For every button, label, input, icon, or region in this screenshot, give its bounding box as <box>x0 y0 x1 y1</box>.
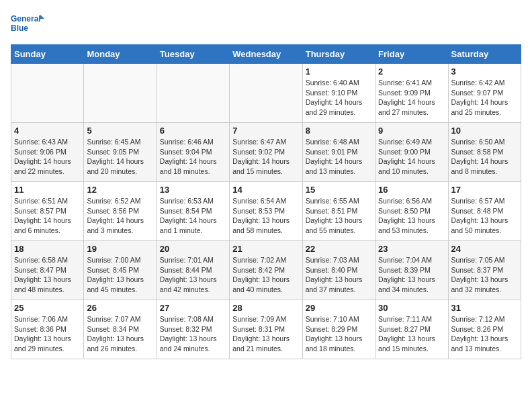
calendar-cell: 6Sunrise: 6:46 AM Sunset: 9:04 PM Daylig… <box>157 123 229 182</box>
calendar-cell: 1Sunrise: 6:40 AM Sunset: 9:10 PM Daylig… <box>302 64 375 123</box>
day-info: Sunrise: 6:50 AM Sunset: 8:58 PM Dayligh… <box>451 137 518 177</box>
day-number: 20 <box>160 244 226 254</box>
day-info: Sunrise: 6:54 AM Sunset: 8:53 PM Dayligh… <box>232 196 299 236</box>
calendar-cell: 31Sunrise: 7:12 AM Sunset: 8:26 PM Dayli… <box>448 300 521 359</box>
calendar-cell <box>157 64 229 123</box>
day-info: Sunrise: 6:42 AM Sunset: 9:07 PM Dayligh… <box>451 78 518 118</box>
day-number: 30 <box>378 303 445 313</box>
day-info: Sunrise: 6:55 AM Sunset: 8:51 PM Dayligh… <box>306 196 372 236</box>
day-info: Sunrise: 7:06 AM Sunset: 8:36 PM Dayligh… <box>14 314 81 354</box>
calendar-cell: 15Sunrise: 6:55 AM Sunset: 8:51 PM Dayli… <box>302 182 375 241</box>
calendar-cell: 23Sunrise: 7:04 AM Sunset: 8:39 PM Dayli… <box>375 241 448 300</box>
day-info: Sunrise: 6:40 AM Sunset: 9:10 PM Dayligh… <box>306 78 372 118</box>
day-number: 25 <box>14 303 81 313</box>
calendar-cell: 17Sunrise: 6:57 AM Sunset: 8:48 PM Dayli… <box>448 182 521 241</box>
day-number: 21 <box>232 244 299 254</box>
day-number: 27 <box>160 303 226 313</box>
day-number: 10 <box>451 126 518 136</box>
day-number: 29 <box>306 303 372 313</box>
day-number: 24 <box>451 244 518 254</box>
day-info: Sunrise: 7:05 AM Sunset: 8:37 PM Dayligh… <box>451 255 518 295</box>
day-info: Sunrise: 7:11 AM Sunset: 8:27 PM Dayligh… <box>378 314 445 354</box>
calendar-cell: 4Sunrise: 6:43 AM Sunset: 9:06 PM Daylig… <box>11 123 84 182</box>
calendar-week-row: 4Sunrise: 6:43 AM Sunset: 9:06 PM Daylig… <box>11 123 521 182</box>
day-number: 14 <box>232 185 299 195</box>
day-info: Sunrise: 7:02 AM Sunset: 8:42 PM Dayligh… <box>232 255 299 295</box>
day-number: 9 <box>378 126 445 136</box>
calendar-week-row: 25Sunrise: 7:06 AM Sunset: 8:36 PM Dayli… <box>11 300 521 359</box>
weekday-header-saturday: Saturday <box>448 45 521 64</box>
day-info: Sunrise: 6:46 AM Sunset: 9:04 PM Dayligh… <box>160 137 226 177</box>
day-number: 31 <box>451 303 518 313</box>
day-info: Sunrise: 6:49 AM Sunset: 9:00 PM Dayligh… <box>378 137 445 177</box>
day-number: 7 <box>232 126 299 136</box>
calendar-cell: 25Sunrise: 7:06 AM Sunset: 8:36 PM Dayli… <box>11 300 84 359</box>
calendar-cell: 30Sunrise: 7:11 AM Sunset: 8:27 PM Dayli… <box>375 300 448 359</box>
day-number: 22 <box>306 244 372 254</box>
calendar-cell: 3Sunrise: 6:42 AM Sunset: 9:07 PM Daylig… <box>448 64 521 123</box>
calendar-cell: 9Sunrise: 6:49 AM Sunset: 9:00 PM Daylig… <box>375 123 448 182</box>
calendar-cell: 10Sunrise: 6:50 AM Sunset: 8:58 PM Dayli… <box>448 123 521 182</box>
day-number: 1 <box>306 66 372 77</box>
logo: General Blue <box>11 11 44 39</box>
calendar-week-row: 1Sunrise: 6:40 AM Sunset: 9:10 PM Daylig… <box>11 64 521 123</box>
calendar-cell: 21Sunrise: 7:02 AM Sunset: 8:42 PM Dayli… <box>230 241 302 300</box>
day-number: 11 <box>14 185 81 195</box>
day-info: Sunrise: 6:58 AM Sunset: 8:47 PM Dayligh… <box>14 255 81 295</box>
day-info: Sunrise: 6:47 AM Sunset: 9:02 PM Dayligh… <box>232 137 299 177</box>
svg-text:General: General <box>11 14 41 24</box>
day-info: Sunrise: 7:12 AM Sunset: 8:26 PM Dayligh… <box>451 314 518 354</box>
day-info: Sunrise: 7:07 AM Sunset: 8:34 PM Dayligh… <box>87 314 153 354</box>
calendar-cell: 12Sunrise: 6:52 AM Sunset: 8:56 PM Dayli… <box>84 182 157 241</box>
day-info: Sunrise: 6:57 AM Sunset: 8:48 PM Dayligh… <box>451 196 518 236</box>
day-number: 6 <box>160 126 226 136</box>
day-number: 4 <box>14 126 81 136</box>
calendar-week-row: 18Sunrise: 6:58 AM Sunset: 8:47 PM Dayli… <box>11 241 521 300</box>
calendar-cell: 16Sunrise: 6:56 AM Sunset: 8:50 PM Dayli… <box>375 182 448 241</box>
calendar-cell: 29Sunrise: 7:10 AM Sunset: 8:29 PM Dayli… <box>302 300 375 359</box>
day-info: Sunrise: 7:10 AM Sunset: 8:29 PM Dayligh… <box>306 314 372 354</box>
day-number: 13 <box>160 185 226 195</box>
day-number: 26 <box>87 303 153 313</box>
day-info: Sunrise: 6:56 AM Sunset: 8:50 PM Dayligh… <box>378 196 445 236</box>
day-number: 5 <box>87 126 153 136</box>
day-info: Sunrise: 7:08 AM Sunset: 8:32 PM Dayligh… <box>160 314 226 354</box>
calendar-cell: 5Sunrise: 6:45 AM Sunset: 9:05 PM Daylig… <box>84 123 157 182</box>
calendar-cell: 26Sunrise: 7:07 AM Sunset: 8:34 PM Dayli… <box>84 300 157 359</box>
calendar-cell: 22Sunrise: 7:03 AM Sunset: 8:40 PM Dayli… <box>302 241 375 300</box>
weekday-header-monday: Monday <box>84 45 157 64</box>
calendar-cell: 20Sunrise: 7:01 AM Sunset: 8:44 PM Dayli… <box>157 241 229 300</box>
calendar-cell: 2Sunrise: 6:41 AM Sunset: 9:09 PM Daylig… <box>375 64 448 123</box>
day-number: 17 <box>451 185 518 195</box>
day-info: Sunrise: 6:52 AM Sunset: 8:56 PM Dayligh… <box>87 196 153 236</box>
calendar-cell: 13Sunrise: 6:53 AM Sunset: 8:54 PM Dayli… <box>157 182 229 241</box>
day-number: 18 <box>14 244 81 254</box>
calendar-header-row: SundayMondayTuesdayWednesdayThursdayFrid… <box>11 45 521 64</box>
calendar-cell: 7Sunrise: 6:47 AM Sunset: 9:02 PM Daylig… <box>230 123 302 182</box>
calendar-cell: 24Sunrise: 7:05 AM Sunset: 8:37 PM Dayli… <box>448 241 521 300</box>
day-number: 23 <box>378 244 445 254</box>
day-info: Sunrise: 7:00 AM Sunset: 8:45 PM Dayligh… <box>87 255 153 295</box>
page-header: General Blue <box>11 11 521 39</box>
weekday-header-friday: Friday <box>375 45 448 64</box>
day-number: 2 <box>378 66 445 77</box>
calendar-cell <box>11 64 84 123</box>
day-number: 3 <box>451 66 518 77</box>
calendar-week-row: 11Sunrise: 6:51 AM Sunset: 8:57 PM Dayli… <box>11 182 521 241</box>
svg-text:Blue: Blue <box>11 24 28 33</box>
calendar-cell: 11Sunrise: 6:51 AM Sunset: 8:57 PM Dayli… <box>11 182 84 241</box>
weekday-header-thursday: Thursday <box>302 45 375 64</box>
svg-marker-2 <box>40 15 44 19</box>
day-number: 12 <box>87 185 153 195</box>
calendar-cell: 27Sunrise: 7:08 AM Sunset: 8:32 PM Dayli… <box>157 300 229 359</box>
day-info: Sunrise: 6:51 AM Sunset: 8:57 PM Dayligh… <box>14 196 81 236</box>
calendar-cell <box>84 64 157 123</box>
day-number: 8 <box>306 126 372 136</box>
day-info: Sunrise: 6:41 AM Sunset: 9:09 PM Dayligh… <box>378 78 445 118</box>
day-info: Sunrise: 7:09 AM Sunset: 8:31 PM Dayligh… <box>232 314 299 354</box>
calendar-cell: 14Sunrise: 6:54 AM Sunset: 8:53 PM Dayli… <box>230 182 302 241</box>
day-number: 28 <box>232 303 299 313</box>
day-info: Sunrise: 6:53 AM Sunset: 8:54 PM Dayligh… <box>160 196 226 236</box>
day-number: 15 <box>306 185 372 195</box>
day-info: Sunrise: 6:48 AM Sunset: 9:01 PM Dayligh… <box>306 137 372 177</box>
